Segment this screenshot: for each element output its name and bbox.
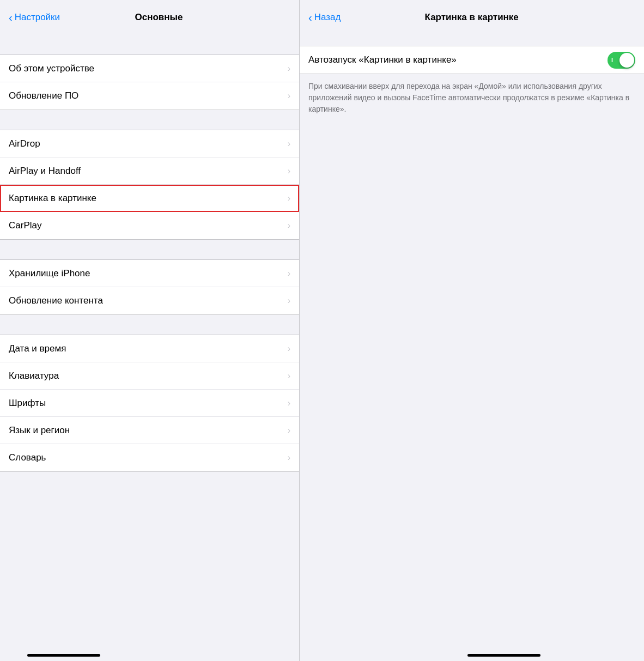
item-language-region[interactable]: Язык и регион › bbox=[0, 417, 299, 444]
item-airplay-label: AirPlay и Handoff bbox=[9, 166, 81, 177]
group-connectivity: AirDrop › AirPlay и Handoff › Картинка в… bbox=[0, 130, 299, 240]
item-background-app-refresh-label: Обновление контента bbox=[9, 295, 103, 306]
item-software-update-label: Обновление ПО bbox=[9, 90, 78, 101]
item-pip[interactable]: Картинка в картинке › bbox=[0, 185, 299, 212]
right-nav-header: ‹ Назад Картинка в картинке bbox=[300, 0, 644, 35]
toggle-knob bbox=[619, 53, 634, 68]
chevron-right-icon: › bbox=[288, 166, 290, 176]
item-about[interactable]: Об этом устройстве › bbox=[0, 55, 299, 82]
right-back-label: Назад bbox=[314, 12, 341, 23]
item-date-time-label: Дата и время bbox=[9, 343, 66, 354]
item-fonts-label: Шрифты bbox=[9, 398, 46, 409]
group-locale: Дата и время › Клавиатура › Шрифты › Язы… bbox=[0, 335, 299, 472]
home-indicator-left bbox=[27, 654, 100, 657]
toggle-on-text: I bbox=[611, 57, 613, 63]
item-date-time[interactable]: Дата и время › bbox=[0, 335, 299, 362]
left-back-button[interactable]: ‹ Настройки bbox=[9, 12, 60, 23]
item-pip-label: Картинка в картинке bbox=[9, 193, 96, 204]
left-nav-header: ‹ Настройки Основные bbox=[0, 0, 299, 35]
chevron-right-icon: › bbox=[288, 269, 290, 278]
home-indicator-right bbox=[467, 654, 540, 657]
pip-autostart-row: Автозапуск «Картинки в картинке» I bbox=[300, 46, 644, 74]
item-software-update[interactable]: Обновление ПО › bbox=[0, 82, 299, 110]
group-device: Об этом устройстве › Обновление ПО › bbox=[0, 54, 299, 110]
chevron-right-icon: › bbox=[288, 221, 290, 231]
spacer-3 bbox=[0, 240, 299, 259]
item-airdrop[interactable]: AirDrop › bbox=[0, 130, 299, 157]
item-keyboard-label: Клавиатура bbox=[9, 371, 59, 381]
item-carplay-label: CarPlay bbox=[9, 220, 41, 231]
pip-description: При смахивании вверх для перехода на экр… bbox=[300, 74, 644, 122]
chevron-right-icon: › bbox=[288, 344, 290, 354]
chevron-right-icon: › bbox=[288, 371, 290, 381]
item-airplay-handoff[interactable]: AirPlay и Handoff › bbox=[0, 157, 299, 185]
chevron-right-icon: › bbox=[288, 193, 290, 203]
left-back-chevron-icon: ‹ bbox=[9, 12, 13, 23]
item-iphone-storage-label: Хранилище iPhone bbox=[9, 268, 90, 279]
pip-toggle[interactable]: I bbox=[607, 52, 635, 69]
chevron-right-icon: › bbox=[288, 426, 290, 435]
right-nav-title: Картинка в картинке bbox=[341, 12, 603, 23]
item-language-region-label: Язык и регион bbox=[9, 425, 70, 436]
spacer-2 bbox=[0, 110, 299, 130]
item-dictionary-label: Словарь bbox=[9, 452, 46, 463]
item-keyboard[interactable]: Клавиатура › bbox=[0, 362, 299, 390]
chevron-right-icon: › bbox=[288, 296, 290, 306]
pip-autostart-label: Автозапуск «Картинки в картинке» bbox=[308, 54, 457, 65]
spacer-4 bbox=[0, 315, 299, 335]
chevron-right-icon: › bbox=[288, 64, 290, 74]
chevron-right-icon: › bbox=[288, 398, 290, 408]
spacer-1 bbox=[0, 35, 299, 54]
chevron-right-icon: › bbox=[288, 139, 290, 149]
item-iphone-storage[interactable]: Хранилище iPhone › bbox=[0, 260, 299, 287]
item-fonts[interactable]: Шрифты › bbox=[0, 390, 299, 417]
chevron-right-icon: › bbox=[288, 91, 290, 101]
item-dictionary[interactable]: Словарь › bbox=[0, 444, 299, 471]
right-back-chevron-icon: ‹ bbox=[308, 12, 312, 23]
item-carplay[interactable]: CarPlay › bbox=[0, 212, 299, 239]
chevron-right-icon: › bbox=[288, 453, 290, 463]
right-back-button[interactable]: ‹ Назад bbox=[308, 12, 341, 23]
group-storage: Хранилище iPhone › Обновление контента › bbox=[0, 259, 299, 315]
left-back-label: Настройки bbox=[15, 12, 60, 23]
item-airdrop-label: AirDrop bbox=[9, 138, 40, 149]
item-about-label: Об этом устройстве bbox=[9, 63, 94, 74]
left-nav-title: Основные bbox=[60, 12, 258, 23]
item-background-app-refresh[interactable]: Обновление контента › bbox=[0, 287, 299, 314]
